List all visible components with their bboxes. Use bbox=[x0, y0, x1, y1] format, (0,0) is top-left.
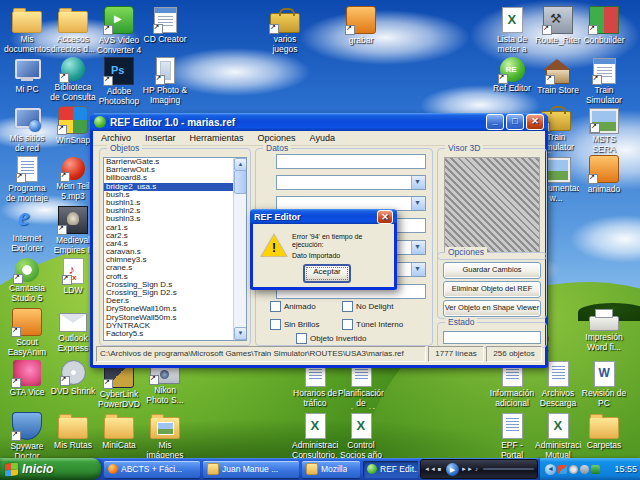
desktop-icon-label: AVS Video Converter 4 bbox=[96, 36, 142, 55]
desktop-icon[interactable]: Scout EasyAnim bbox=[4, 308, 50, 357]
desktop-icon[interactable]: Administración Mutual bbox=[535, 412, 581, 460]
gta-icon bbox=[13, 360, 41, 386]
desktop-icon[interactable]: Revisión de PC bbox=[581, 360, 627, 408]
checkbox-objeto-invertido[interactable]: Objeto Invertido bbox=[296, 333, 366, 344]
scroll-down-icon[interactable]: ▼ bbox=[234, 327, 247, 340]
desktop-icon[interactable]: Mis Rutas bbox=[50, 412, 96, 451]
button-guardar-cambios[interactable]: Guardar Cambios bbox=[443, 262, 541, 279]
checkbox-animado[interactable]: Animado bbox=[270, 301, 316, 312]
checkbox-box[interactable] bbox=[342, 319, 353, 330]
checkbox-box[interactable] bbox=[342, 301, 353, 312]
dropdown-arrow-icon[interactable] bbox=[411, 197, 425, 210]
checkbox-box[interactable] bbox=[270, 319, 281, 330]
ref-editor-dialog[interactable]: REF Editor ✕ ! Error '94' en tiempo de e… bbox=[250, 209, 397, 290]
taskbar-task[interactable]: Juan Manue ... bbox=[203, 461, 299, 478]
desktop-icon[interactable]: Ref Editor bbox=[489, 57, 535, 94]
desktop-icon[interactable]: MiniCata bbox=[96, 412, 142, 451]
desktop-icon[interactable]: Lista de meter a MSTS bbox=[489, 6, 535, 55]
prev-track-icon[interactable]: ◄◄ bbox=[424, 466, 433, 472]
scrollbar-thumb[interactable] bbox=[234, 170, 247, 194]
accept-button[interactable]: Aceptar bbox=[303, 264, 351, 283]
desktop-icon[interactable]: Mi PC bbox=[4, 57, 50, 95]
desktop-icon[interactable]: CD Creator bbox=[142, 6, 188, 45]
desktop-icon[interactable]: Camtasia Studio 5 bbox=[4, 258, 50, 303]
desktop-icon[interactable]: Biblioteca de Consulta 2004 bbox=[50, 57, 96, 103]
desktop-icon[interactable]: AVS Video Converter 4 bbox=[96, 6, 142, 55]
desktop-icon[interactable]: Administración Consultorio... bbox=[292, 412, 338, 460]
desktop-icon[interactable]: Spyware Doctor bbox=[4, 412, 50, 461]
state-input[interactable] bbox=[443, 331, 541, 344]
window-titlebar[interactable]: REF Editor 1.0 - marias.ref _ □ ✕ bbox=[90, 113, 548, 131]
reddisc-icon bbox=[62, 157, 85, 180]
taskbar-task[interactable]: REF Editor ... bbox=[363, 461, 418, 478]
checkbox-box[interactable] bbox=[296, 333, 307, 344]
menu-insertar[interactable]: Insertar bbox=[138, 132, 183, 144]
desktop-icon[interactable]: Control Socios año 2004.xls bbox=[338, 412, 384, 461]
button-ver-objeto-en-shape-viewer[interactable]: Ver Objeto en Shape Viewer bbox=[443, 300, 541, 317]
dialog-close-button[interactable]: ✕ bbox=[377, 210, 393, 224]
menu-herramientas[interactable]: Herramientas bbox=[183, 132, 251, 144]
desktop-icon[interactable]: varios juegos bbox=[262, 6, 308, 54]
antivirus-icon[interactable] bbox=[591, 465, 600, 474]
volume-icon[interactable]: ♪ bbox=[472, 466, 481, 472]
media-player-deskband[interactable]: ◄◄ ■ ▶ ►► ♪ bbox=[420, 459, 538, 479]
dropdown-arrow-icon[interactable] bbox=[411, 263, 425, 276]
taskbar-task[interactable]: ABCTS + Fáci... bbox=[104, 461, 200, 478]
start-button[interactable]: Inicio bbox=[0, 458, 101, 480]
taskbar-task[interactable]: Mozilla bbox=[302, 461, 360, 478]
data-input[interactable] bbox=[276, 154, 426, 169]
folder-icon bbox=[58, 11, 88, 33]
desktop-icon[interactable]: Mis documentos bbox=[4, 6, 50, 54]
close-button[interactable]: ✕ bbox=[526, 114, 544, 130]
desktop-icon-label: Mis Rutas bbox=[50, 441, 96, 451]
dialog-title: REF Editor bbox=[254, 212, 301, 222]
checkbox-box[interactable] bbox=[270, 301, 281, 312]
dropdown-arrow-icon[interactable] bbox=[411, 176, 425, 189]
shortcut-arrow-icon bbox=[590, 123, 600, 133]
volume-slider[interactable] bbox=[483, 468, 534, 470]
desktop-icon[interactable]: Mis imágenes bbox=[142, 412, 188, 460]
minimize-button[interactable]: _ bbox=[486, 114, 504, 130]
desktop-icon[interactable]: Route_Riter bbox=[535, 6, 581, 46]
play-button[interactable]: ▶ bbox=[446, 463, 459, 476]
desktop-icon[interactable]: animado bbox=[581, 155, 627, 195]
windows-update-icon[interactable] bbox=[580, 465, 589, 474]
desktop-icon[interactable]: Internet Explorer bbox=[4, 206, 50, 253]
object-list-item[interactable]: Factory5.s bbox=[104, 330, 246, 338]
desktop-icon[interactable]: grabar bbox=[338, 6, 384, 46]
desktop-icon[interactable]: MSTS SERA bbox=[581, 106, 627, 154]
desktop-icon[interactable]: Train Store bbox=[535, 57, 581, 96]
object-listbox[interactable]: ▲ ▼ BarrierwGate.sBarrierwOut.sbillboard… bbox=[103, 157, 247, 341]
desktop-icon[interactable]: Accesos directos d... bbox=[50, 6, 96, 54]
menu-ayuda[interactable]: Ayuda bbox=[303, 132, 342, 144]
next-track-icon[interactable]: ►► bbox=[461, 466, 470, 472]
desktop-icon[interactable]: EPF - Portal Mutual bbox=[489, 412, 535, 461]
media-player-tray-icon[interactable] bbox=[569, 465, 578, 474]
desktop-icon[interactable]: GTA Vice bbox=[4, 360, 50, 398]
desktop-icon[interactable]: Mis sitios de red bbox=[4, 106, 50, 153]
pc-icon bbox=[13, 57, 41, 83]
checkbox-sin-brillos[interactable]: Sin Brillos bbox=[270, 319, 320, 330]
checkbox-no-delight[interactable]: No Delight bbox=[342, 301, 393, 312]
viewer-3d-canvas[interactable] bbox=[444, 157, 540, 253]
cloud bbox=[300, 10, 470, 65]
desktop-icon[interactable]: Adobe Photoshop CS3 bbox=[96, 57, 142, 107]
list-scrollbar[interactable]: ▲ ▼ bbox=[233, 158, 246, 340]
xls-icon bbox=[305, 413, 326, 439]
desktop-icon[interactable]: Impresión Word fi... bbox=[581, 306, 627, 352]
desktop-icon[interactable]: Conbuilder bbox=[581, 6, 627, 46]
desktop-icon[interactable]: HP Photo & Imaging bbox=[142, 57, 188, 105]
desktop-icon[interactable]: Programa de montaje bbox=[4, 155, 50, 203]
tray-collapse-icon[interactable]: ◄ bbox=[545, 464, 556, 475]
desktop-icon[interactable]: Train Simulator bbox=[581, 57, 627, 105]
button-eliminar-objeto-del-ref[interactable]: Eliminar Objeto del REF bbox=[443, 281, 541, 298]
maximize-button[interactable]: □ bbox=[506, 114, 524, 130]
stop-icon[interactable]: ■ bbox=[435, 466, 444, 472]
data-combobox[interactable] bbox=[276, 175, 426, 190]
desktop-icon[interactable]: Carpetas bbox=[581, 412, 627, 451]
msn-messenger-icon[interactable] bbox=[558, 465, 567, 474]
dialog-titlebar[interactable]: REF Editor ✕ bbox=[250, 209, 397, 224]
desktop-icon-label: Scout EasyAnim bbox=[4, 338, 50, 357]
checkbox-túnel-interno[interactable]: Túnel Interno bbox=[342, 319, 403, 330]
dropdown-arrow-icon[interactable] bbox=[411, 241, 425, 254]
